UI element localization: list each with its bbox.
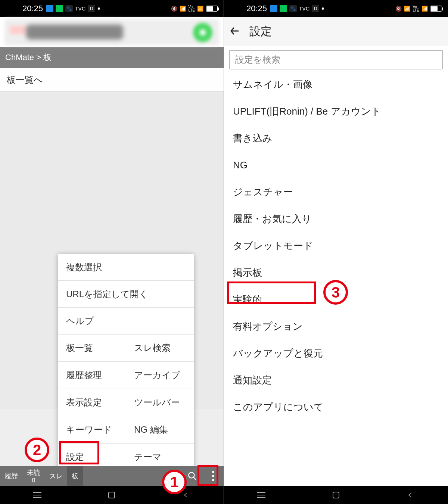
status-bar-right: 20:25 🐾 TVC D • 🔇 📶 Vo LTE 📶	[224, 0, 448, 17]
status-line-icon	[280, 5, 287, 12]
popup-ng-edit[interactable]: NG 編集	[126, 416, 194, 443]
setting-about[interactable]: このアプリについて	[231, 393, 448, 420]
nav-recent[interactable]	[256, 489, 267, 501]
overflow-popup: 複数選択 URLを指定して開く ヘルプ 板一覧 スレ検索 履歴整理 アーカイブ …	[58, 254, 194, 470]
tab-board[interactable]: 板	[67, 466, 83, 486]
tab-history[interactable]: 履歴	[0, 466, 22, 486]
status-app3-icon: D	[312, 5, 319, 12]
battery-icon	[206, 6, 218, 12]
system-navbar-right	[224, 486, 448, 504]
menu-icon	[257, 492, 265, 498]
status-app3-icon: D	[88, 5, 95, 12]
settings-list: サムネイル・画像 UPLIFT(旧Ronin) / Be アカウント 書き込み …	[224, 71, 448, 420]
breadcrumb: ChMate > 板	[0, 47, 224, 68]
popup-help[interactable]: ヘルプ	[58, 308, 194, 335]
setting-thumbnail[interactable]: サムネイル・画像	[231, 71, 448, 98]
nav-recent[interactable]	[32, 489, 43, 501]
status-text-icon: TVC	[75, 6, 85, 12]
board-list-label: 板一覧へ	[7, 74, 43, 86]
battery-icon	[430, 6, 442, 12]
mute-icon: 🔇	[171, 6, 177, 12]
board-list-row[interactable]: 板一覧へ	[0, 68, 224, 92]
arrow-left-icon	[229, 25, 240, 37]
status-time: 20:25	[22, 4, 43, 13]
nav-home[interactable]	[106, 489, 117, 501]
setting-experimental[interactable]: 実験的	[231, 286, 448, 313]
nav-home[interactable]	[330, 489, 342, 501]
right-phone: 20:25 🐾 TVC D • 🔇 📶 Vo LTE 📶	[224, 0, 448, 504]
home-icon	[333, 492, 339, 498]
callout-2: 2	[25, 438, 49, 462]
system-navbar	[0, 486, 224, 504]
status-app2-icon: 🐾	[65, 5, 73, 12]
setting-tablet[interactable]: タブレットモード	[231, 232, 448, 259]
nav-back[interactable]	[405, 489, 416, 501]
back-triangle-icon	[407, 492, 414, 498]
wifi-icon: 📶	[404, 6, 410, 12]
menu-icon	[33, 492, 41, 498]
home-icon	[108, 492, 115, 498]
search-icon	[187, 471, 197, 481]
signal-icon: 📶	[421, 6, 428, 12]
tab-unread[interactable]: 未読0	[22, 466, 45, 486]
setting-board[interactable]: 掲示板	[231, 259, 448, 286]
status-time-right: 20:25	[246, 4, 267, 13]
status-app-icon	[46, 5, 53, 12]
status-app2-icon: 🐾	[289, 5, 297, 12]
status-dot-icon: •	[321, 4, 324, 13]
back-triangle-icon	[183, 492, 190, 498]
popup-history-cleanup[interactable]: 履歴整理	[58, 362, 126, 389]
appbar-title: 設定	[249, 24, 272, 39]
setting-gesture[interactable]: ジェスチャー	[231, 178, 448, 205]
setting-ng[interactable]: NG	[231, 152, 448, 178]
svg-line-1	[193, 477, 196, 480]
bottom-tabbar: 履歴 未読0 スレ 板	[0, 466, 224, 486]
mute-icon: 🔇	[395, 6, 402, 12]
setting-paid[interactable]: 有料オプション	[231, 313, 448, 340]
popup-multi-select[interactable]: 複数選択	[58, 254, 194, 281]
settings-search-input[interactable]: 設定を検索	[229, 50, 443, 69]
overflow-button[interactable]	[203, 466, 224, 486]
popup-open-url[interactable]: URLを指定して開く	[58, 281, 194, 308]
svg-point-0	[189, 472, 194, 478]
status-bar: 20:25 🐾 TVC D • 🔇 📶 Vo LTE 📶	[0, 0, 224, 17]
status-app-icon	[270, 5, 277, 12]
tab-thread[interactable]: スレ	[45, 466, 67, 486]
appbar: 設定	[224, 17, 448, 46]
signal-icon: 📶	[197, 6, 203, 12]
volte-icon: Vo LTE	[188, 5, 195, 12]
status-text-icon: TVC	[299, 6, 309, 12]
search-wrap: 設定を検索	[224, 46, 448, 71]
more-vert-icon	[212, 471, 214, 481]
breadcrumb-text: ChMate > 板	[5, 52, 52, 63]
setting-uplift[interactable]: UPLIFT(旧Ronin) / Be アカウント	[231, 98, 448, 125]
search-button[interactable]	[182, 466, 203, 486]
popup-display-settings[interactable]: 表示設定	[58, 389, 126, 416]
popup-toolbar[interactable]: ツールバー	[126, 389, 194, 416]
left-phone: 20:25 🐾 TVC D • 🔇 📶 Vo LTE 📶	[0, 0, 224, 504]
popup-archive[interactable]: アーカイブ	[126, 362, 194, 389]
popup-board-list[interactable]: 板一覧	[58, 335, 126, 361]
setting-backup[interactable]: バックアップと復元	[231, 340, 448, 367]
search-placeholder: 設定を検索	[235, 54, 280, 66]
status-line-icon	[56, 5, 63, 12]
setting-notification[interactable]: 通知設定	[231, 367, 448, 393]
status-dot-icon: •	[97, 4, 100, 13]
setting-history-fav[interactable]: 履歴・お気に入り	[231, 205, 448, 232]
setting-write[interactable]: 書き込み	[231, 125, 448, 152]
ad-banner[interactable]	[0, 17, 224, 47]
nav-back[interactable]	[181, 489, 192, 501]
back-button[interactable]	[229, 25, 240, 38]
wifi-icon: 📶	[180, 6, 186, 12]
popup-thread-search[interactable]: スレ検索	[126, 335, 194, 361]
popup-keyword[interactable]: キーワード	[58, 416, 126, 443]
volte-icon: Vo LTE	[413, 5, 419, 12]
